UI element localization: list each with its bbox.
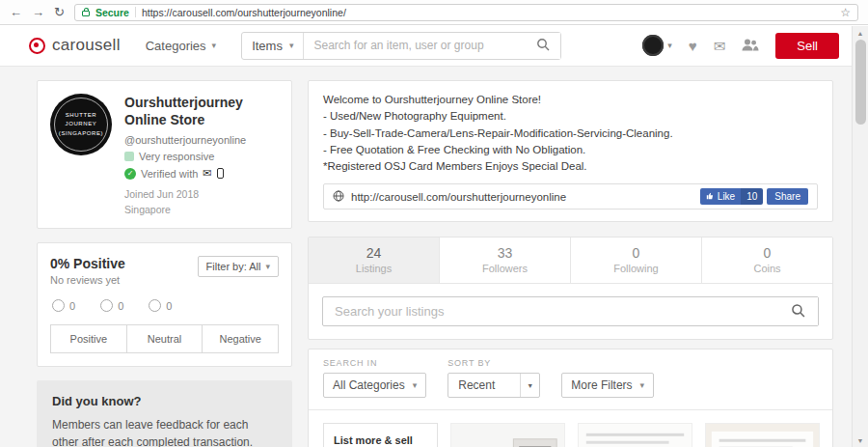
tab-following[interactable]: 0 Following <box>571 237 702 283</box>
category-filter-dropdown[interactable]: All Categories ▾ <box>323 373 426 398</box>
like-label: Like <box>718 191 735 202</box>
scrollbar-up-icon[interactable]: ▲ <box>857 26 864 40</box>
groups-people-icon[interactable] <box>742 39 759 53</box>
back-icon[interactable]: ← <box>10 6 22 18</box>
carousell-logo[interactable]: carousell <box>29 36 121 55</box>
negative-count: 0 <box>166 300 172 312</box>
forward-icon[interactable]: → <box>32 6 44 18</box>
review-filter-button[interactable]: Filter by: All ▾ <box>198 256 279 277</box>
user-avatar <box>642 35 664 56</box>
listing-search-input[interactable] <box>323 304 777 319</box>
tab-neutral[interactable]: Neutral <box>126 324 203 353</box>
sidebar: SHUTTER JOURNEY (SINGAPORE) Ourshutterjo… <box>37 80 292 447</box>
sell-more-promo-card[interactable]: List more & sell more! Not sure what to … <box>323 423 438 447</box>
tab-listings[interactable]: 24 Listings <box>309 237 440 283</box>
page-body: SHUTTER JOURNEY (SINGAPORE) Ourshutterjo… <box>0 67 868 447</box>
bookmark-star-icon[interactable]: ☆ <box>840 6 851 19</box>
listing-photo <box>579 424 692 447</box>
sort-select[interactable]: Recent ▼ <box>448 373 540 398</box>
verified-check-icon: ✓ <box>124 168 136 180</box>
facebook-like-button[interactable]: Like 10 <box>700 188 763 205</box>
verified-label: Verified with <box>141 168 198 180</box>
header-search-group: Items ▾ <box>241 32 561 60</box>
address-separator <box>135 7 136 17</box>
joined-date: Joined Jun 2018 <box>124 188 279 200</box>
secure-lock-icon <box>82 11 90 16</box>
responsive-label: Very responsive <box>139 151 214 162</box>
positive-count: 0 <box>69 300 75 312</box>
header-actions: ▾ ♥ ✉ Sell <box>642 33 839 59</box>
happy-face-icon <box>52 299 65 312</box>
followers-label: Followers <box>440 263 570 274</box>
review-tabs: Positive Neutral Negative <box>50 324 279 353</box>
messages-envelope-icon[interactable]: ✉ <box>714 39 726 53</box>
more-filters-button[interactable]: More Filters ▾ <box>561 373 654 398</box>
page-url: https://carousell.com/ourshutterjourneyo… <box>142 7 346 18</box>
items-dropdown[interactable]: Items ▾ <box>242 33 304 59</box>
negative-counter: 0 <box>149 299 172 312</box>
profile-menu[interactable]: ▾ <box>642 35 672 56</box>
stats-card: 24 Listings 33 Followers 0 Following 0 C… <box>308 237 833 340</box>
facebook-buttons: Like 10 Share <box>700 188 808 205</box>
tab-followers[interactable]: 33 Followers <box>440 237 571 283</box>
header-search-input[interactable] <box>304 33 526 59</box>
no-reviews-label: No reviews yet <box>50 274 125 286</box>
responsive-icon <box>124 152 134 161</box>
did-you-know-card: Did you know? Members can leave feedback… <box>37 380 292 447</box>
listing-item-camera[interactable]: Canon <box>450 423 565 447</box>
following-label: Following <box>571 263 701 274</box>
tip-body: Members can leave feedback for each othe… <box>52 416 277 447</box>
sell-button[interactable]: Sell <box>775 33 839 59</box>
welcome-line: - Used/New Photography Equipment. <box>323 108 818 125</box>
positive-percentage: 0% Positive <box>50 256 125 271</box>
listing-search-section <box>309 283 832 339</box>
profile-info: Ourshutterjourney Online Store @ourshutt… <box>124 94 279 215</box>
responsive-row: Very responsive <box>124 151 279 162</box>
tab-positive[interactable]: Positive <box>50 324 127 353</box>
review-counters: 0 0 0 <box>50 299 279 312</box>
more-filters-group: More Filters ▾ <box>561 373 654 398</box>
neutral-counter: 0 <box>100 299 123 312</box>
thumbs-up-icon <box>706 191 714 202</box>
store-avatar[interactable]: SHUTTER JOURNEY (SINGAPORE) <box>50 94 112 155</box>
categories-label: Categories <box>146 39 206 53</box>
site-header: carousell Categories ▾ Items ▾ ▾ ♥ <box>0 25 868 67</box>
scrollbar-down-icon[interactable]: ▼ <box>857 433 864 447</box>
header-search-button[interactable] <box>526 33 560 59</box>
promo-title: List more & sell more! <box>334 433 427 447</box>
carousell-logo-icon <box>29 38 45 54</box>
address-bar[interactable]: Secure https://carousell.com/ourshutterj… <box>74 4 858 21</box>
listing-photo <box>706 424 819 447</box>
reviews-card: 0% Positive No reviews yet Filter by: Al… <box>37 242 292 367</box>
listing-item-lenses[interactable] <box>578 423 692 447</box>
secure-label: Secure <box>95 7 129 18</box>
scrollbar-thumb[interactable] <box>855 40 866 125</box>
search-in-group: SEARCH IN All Categories ▾ <box>323 358 426 398</box>
store-url-link[interactable]: http://carousell.com/ourshutterjourneyon… <box>351 191 566 203</box>
positive-counter: 0 <box>52 299 75 312</box>
store-location: Singapore <box>124 204 279 215</box>
screen: ← → ↻ Secure https://carousell.com/oursh… <box>0 0 868 447</box>
tab-coins[interactable]: 0 Coins <box>702 237 832 283</box>
following-count: 0 <box>571 245 701 261</box>
sort-value: Recent <box>448 374 520 397</box>
carousell-logo-text: carousell <box>52 36 121 55</box>
facebook-share-button[interactable]: Share <box>767 188 808 205</box>
welcome-line: Welcome to Ourshutterjourney Online Stor… <box>323 92 818 108</box>
sort-by-label: SORT BY <box>448 358 540 368</box>
page-scrollbar[interactable]: ▲ ▼ <box>852 26 868 447</box>
categories-dropdown[interactable]: Categories ▾ <box>146 39 216 53</box>
listing-item-red-ring-lens[interactable] <box>705 423 820 447</box>
chevron-down-icon: ▾ <box>289 41 294 50</box>
neutral-count: 0 <box>118 300 123 312</box>
likes-heart-icon[interactable]: ♥ <box>689 39 697 53</box>
tab-negative[interactable]: Negative <box>202 324 279 353</box>
listing-search-button[interactable] <box>777 297 818 325</box>
listings-label: Listings <box>309 263 439 274</box>
reviews-header: 0% Positive No reviews yet Filter by: Al… <box>50 256 279 286</box>
more-filters-label: More Filters <box>571 378 632 392</box>
browser-bar: ← → ↻ Secure https://carousell.com/oursh… <box>0 0 868 25</box>
category-filter-value: All Categories <box>333 378 405 392</box>
welcome-line: *Registered OSJ Card Members Enjoys Spec… <box>323 158 818 175</box>
refresh-icon[interactable]: ↻ <box>54 6 65 18</box>
